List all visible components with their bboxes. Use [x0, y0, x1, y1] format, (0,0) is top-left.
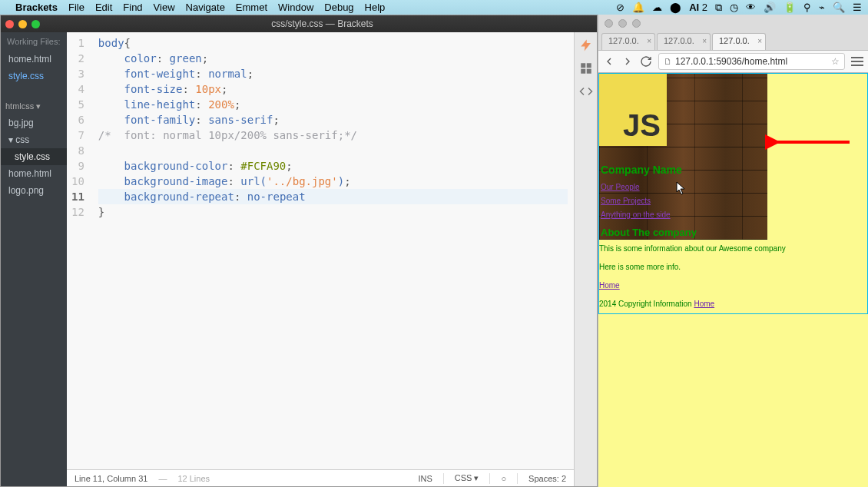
system-tray: ⊘ 🔔 ☁︎ ⬤ AI 2 ⧉ ◷ 👁 🔊 🔋 ⚲ ⌁ 🔍 ☰	[616, 2, 862, 14]
code-line[interactable]: line-height: 200%;	[98, 97, 568, 112]
title-bar: css/style.css — Brackets	[1, 15, 597, 32]
bookmark-star-icon[interactable]: ☆	[831, 56, 840, 67]
gutter: 1 2 3 4 5 6 7 8 9 10 11 12	[67, 32, 92, 469]
svg-rect-0	[581, 63, 585, 68]
menubar-navigate[interactable]: Navigate	[186, 2, 225, 13]
extension-manager-icon[interactable]	[579, 61, 593, 75]
live-preview-icon[interactable]	[579, 38, 593, 52]
status-bar: Line 11, Column 31 — 12 Lines INS CSS ▾ …	[67, 469, 574, 486]
minimize-button[interactable]	[18, 20, 27, 28]
chrome-window: 127.0.0.× 127.0.0.× 127.0.0.× 🗋 127.0.0.…	[598, 15, 868, 487]
home-link[interactable]: Home	[599, 281, 620, 290]
menubar-edit[interactable]: Edit	[95, 2, 112, 13]
svg-rect-2	[581, 69, 585, 74]
menubar-file[interactable]: File	[68, 2, 84, 13]
svg-rect-1	[586, 63, 591, 68]
tray-search-icon[interactable]: 🔍	[833, 2, 845, 13]
tray-cloud-icon[interactable]: ☁︎	[652, 2, 662, 13]
status-spaces[interactable]: Spaces: 2	[528, 474, 566, 483]
code-body[interactable]: body{ color: green; font-weight: normal;…	[92, 32, 574, 469]
browser-tab-active[interactable]: 127.0.0.×	[712, 33, 766, 50]
menubar-window[interactable]: Window	[278, 2, 313, 13]
page-icon: 🗋	[664, 57, 672, 66]
tray-list-icon[interactable]: ☰	[853, 2, 862, 13]
code-line[interactable]: font-family: sans-serif;	[98, 112, 568, 128]
tabstrip: 127.0.0.× 127.0.0.× 127.0.0.×	[598, 31, 868, 50]
menubar-emmet[interactable]: Emmet	[236, 2, 267, 13]
code-line[interactable]: body{	[98, 35, 568, 51]
code-line[interactable]: font-size: 10px;	[98, 81, 568, 97]
tab-close-icon[interactable]: ×	[702, 37, 707, 45]
working-file-style[interactable]: style.css	[1, 68, 67, 84]
footer-home-link[interactable]: Home	[694, 300, 714, 308]
chrome-zoom-button[interactable]	[632, 19, 641, 28]
tree-folder-css[interactable]: ▾ css	[1, 131, 67, 148]
tray-eye-icon[interactable]: 👁	[746, 2, 756, 13]
project-header[interactable]: htmlcss ▾	[1, 98, 67, 114]
nav-link[interactable]: Our People	[601, 181, 766, 194]
tray-icon[interactable]: ⊘	[616, 2, 624, 13]
nav-link[interactable]: Some Projects	[601, 194, 766, 208]
tray-wifi2-icon[interactable]: ⌁	[819, 2, 825, 13]
code-line[interactable]: }	[98, 204, 568, 220]
code-line[interactable]: background-repeat: no-repeat	[98, 189, 568, 204]
working-file-home[interactable]: home.html	[1, 51, 67, 68]
status-lang[interactable]: CSS ▾	[455, 473, 479, 483]
tab-close-icon[interactable]: ×	[757, 37, 762, 45]
zoom-button[interactable]	[31, 20, 40, 28]
code-tag-icon[interactable]	[579, 84, 593, 98]
status-ins[interactable]: INS	[418, 474, 432, 483]
tree-file-logo[interactable]: logo.png	[1, 182, 67, 199]
tray-volume-icon[interactable]: 🔊	[764, 2, 776, 13]
reload-icon[interactable]	[640, 55, 652, 68]
svg-rect-3	[586, 69, 591, 74]
chrome-close-button[interactable]	[605, 19, 613, 28]
menubar-help[interactable]: Help	[365, 2, 386, 13]
status-circle-icon[interactable]: ○	[501, 474, 506, 483]
browser-tab[interactable]: 127.0.0.×	[601, 33, 655, 50]
address-bar[interactable]: 🗋 127.0.0.1:59036/home.html ☆	[658, 53, 845, 70]
tree-file-bg[interactable]: bg.jpg	[1, 114, 67, 131]
back-icon[interactable]	[603, 55, 615, 68]
code-line[interactable]: color: green;	[98, 51, 568, 66]
menubar-debug[interactable]: Debug	[324, 2, 353, 13]
chrome-menu-icon[interactable]	[851, 57, 863, 66]
nav-link[interactable]: Anything on the side	[601, 208, 766, 222]
tray-bell-icon[interactable]: 🔔	[632, 2, 644, 13]
code-line[interactable]: /* font: normal 10px/200% sans-serif;*/	[98, 128, 568, 143]
tray-battery-icon[interactable]: 🔋	[784, 2, 796, 13]
about-heading: About The company	[599, 225, 767, 240]
tray-adobe-icon[interactable]: AI 2	[689, 2, 707, 13]
about-p1: This is some information about our Aweso…	[599, 240, 867, 258]
traffic-lights	[5, 20, 40, 28]
nav-links: Our People Some Projects Anything on the…	[599, 177, 767, 225]
tray-wifi-icon[interactable]: ⚲	[803, 2, 811, 13]
code-line[interactable]	[98, 143, 568, 158]
window-title: css/style.css — Brackets	[48, 18, 597, 29]
editor[interactable]: 1 2 3 4 5 6 7 8 9 10 11 12 body{ color: …	[67, 32, 574, 486]
tray-balloon-icon[interactable]: ⬤	[670, 2, 681, 13]
chrome-traffic	[598, 15, 868, 31]
code-line[interactable]: background-image: url('../bg.jpg');	[98, 174, 568, 189]
url-text: 127.0.0.1:59036/home.html	[675, 56, 787, 67]
chrome-minimize-button[interactable]	[618, 19, 627, 28]
forward-icon[interactable]	[621, 55, 634, 68]
tree-file-stylecss[interactable]: style.css	[1, 148, 67, 165]
status-total-lines: 12 Lines	[177, 474, 210, 483]
tray-dropbox-icon[interactable]: ⧉	[715, 2, 722, 14]
code-line[interactable]: background-color: #FCFA90;	[98, 158, 568, 174]
menubar-find[interactable]: Find	[123, 2, 142, 13]
menubar-view[interactable]: View	[154, 2, 175, 13]
footer: 2014 Copyright Information Home	[599, 295, 867, 313]
tree-file-home[interactable]: home.html	[1, 165, 67, 182]
browser-tab[interactable]: 127.0.0.×	[657, 33, 711, 50]
page-viewport[interactable]: JS Company Name Our People Some Projects…	[598, 73, 868, 487]
tab-close-icon[interactable]: ×	[647, 37, 651, 45]
code-line[interactable]: font-weight: normal;	[98, 66, 568, 81]
extension-rail	[574, 32, 597, 486]
company-heading: Company Name	[599, 162, 767, 177]
tray-clock-icon[interactable]: ◷	[730, 2, 738, 13]
menubar-app[interactable]: Brackets	[15, 2, 58, 13]
sidebar: Working Files: home.html style.css htmlc…	[1, 32, 67, 486]
close-button[interactable]	[5, 20, 14, 28]
